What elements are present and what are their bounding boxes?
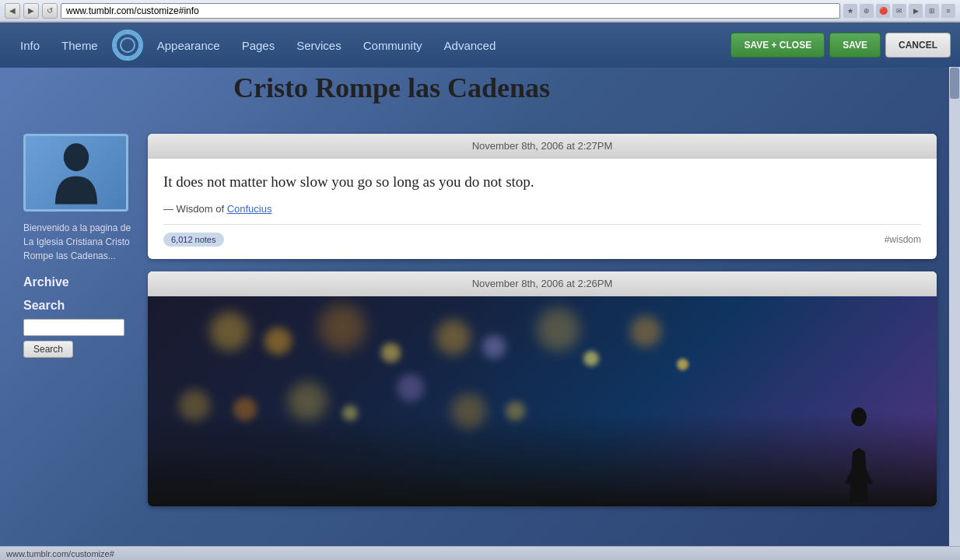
svg-point-1: [851, 408, 867, 426]
ext-icon-1: 🔴: [876, 4, 890, 18]
nav-appearance[interactable]: Appearance: [146, 23, 231, 68]
search-heading: Search: [23, 299, 132, 313]
notes-badge: 6,012 notes: [163, 233, 224, 247]
post-tag: #wisdom: [885, 234, 921, 245]
search-button[interactable]: Search: [23, 341, 73, 358]
post-footer: 6,012 notes #wisdom: [163, 233, 921, 247]
search-input[interactable]: [23, 319, 124, 336]
post-image: [148, 296, 937, 506]
bokeh-overlay: [148, 296, 937, 506]
archive-heading: Archive: [23, 275, 132, 289]
nav-community[interactable]: Community: [352, 23, 433, 68]
nav-advanced[interactable]: Advanced: [433, 23, 507, 68]
bookmark-icon: ⊕: [860, 4, 874, 18]
nav-info[interactable]: Info: [9, 23, 51, 68]
main-content: Cristo Rompe las Cadenas Bienvenido a la…: [0, 68, 960, 560]
post-attribution: — Wisdom of Confucius: [163, 203, 921, 215]
ext-icon-2: ✉: [892, 4, 906, 18]
avatar-silhouette: [45, 138, 107, 208]
save-close-button[interactable]: SAVE + CLOSE: [731, 33, 825, 58]
cancel-button[interactable]: CANCEL: [885, 33, 951, 58]
post-timestamp-2: November 8th, 2006 at 2:26PM: [148, 271, 937, 296]
avatar: [23, 134, 128, 212]
scrollbar[interactable]: [949, 67, 960, 560]
post-body: It does not matter how slow you go so lo…: [148, 159, 937, 259]
back-button[interactable]: ◀: [5, 3, 20, 19]
status-bar: www.tumblr.com/customize#: [0, 546, 960, 560]
post-card-photo: November 8th, 2006 at 2:26PM: [148, 271, 937, 506]
star-icon: ★: [843, 4, 857, 18]
ext-icon-5: ≡: [941, 4, 955, 18]
nav-theme[interactable]: Theme: [51, 23, 109, 68]
svg-point-0: [63, 143, 88, 171]
app-navbar: Info Theme Appearance Pages Services Com…: [0, 23, 960, 68]
post-timestamp: November 8th, 2006 at 2:27PM: [148, 134, 937, 159]
appearance-icon[interactable]: [112, 30, 143, 61]
ext-icon-3: ▶: [909, 4, 923, 18]
refresh-button[interactable]: ↺: [42, 3, 58, 19]
ext-icon-4: ⊞: [925, 4, 939, 18]
post-divider: [163, 224, 921, 225]
blog-title: Cristo Rompe las Cadenas: [233, 72, 929, 104]
status-url: www.tumblr.com/customize#: [6, 549, 114, 558]
sidebar: Bienvenido a la pagina de La Iglesia Cri…: [23, 134, 132, 545]
confucius-link[interactable]: Confucius: [227, 203, 272, 215]
scrollbar-thumb[interactable]: [950, 68, 959, 99]
posts-area: November 8th, 2006 at 2:27PM It does not…: [148, 134, 937, 545]
post-card: November 8th, 2006 at 2:27PM It does not…: [148, 134, 937, 259]
blog-description: Bienvenido a la pagina de La Iglesia Cri…: [23, 221, 132, 263]
save-button[interactable]: SAVE: [829, 33, 881, 58]
nav-services[interactable]: Services: [286, 23, 352, 68]
forward-button[interactable]: ▶: [23, 3, 39, 19]
address-bar[interactable]: [61, 3, 840, 19]
post-quote: It does not matter how slow you go so lo…: [163, 171, 921, 194]
nav-pages[interactable]: Pages: [231, 23, 286, 68]
